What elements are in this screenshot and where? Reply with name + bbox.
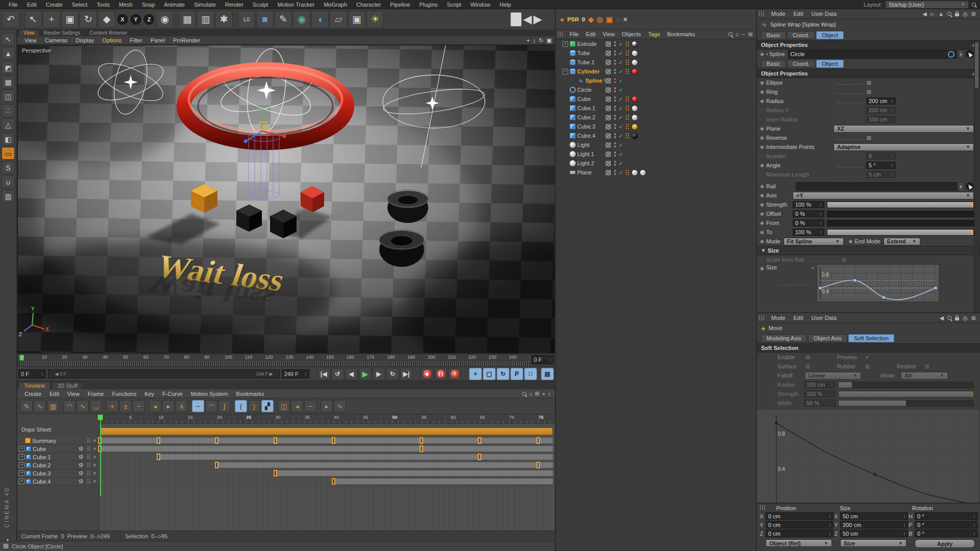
home-icon[interactable]: ⌂ <box>529 391 532 397</box>
visibility-dots[interactable] <box>614 96 616 98</box>
mode-dropdown[interactable]: Fit Spline▼ <box>783 238 844 245</box>
menu-file[interactable]: File <box>4 2 22 8</box>
dope-sheet-area[interactable]: Dope Sheet 05101520253035404550556065707… <box>17 414 555 532</box>
polygons-mode-button[interactable]: ◧ <box>2 133 15 145</box>
enabled-check-icon[interactable]: ✓ <box>619 78 623 84</box>
track-lane[interactable] <box>99 453 555 462</box>
panel-grip[interactable] <box>759 315 765 320</box>
track-lane[interactable] <box>99 478 555 486</box>
prop-value-field[interactable]: 8↕ <box>866 153 896 160</box>
enabled-check-icon[interactable]: ✓ <box>619 115 623 120</box>
object-row-light-2[interactable]: Light.2✓ <box>556 159 756 168</box>
psr-key-icon[interactable]: ◆ <box>588 15 594 23</box>
spinner-icon[interactable]: ↕ <box>820 202 822 207</box>
enabled-check-icon[interactable]: ✓ <box>619 41 623 47</box>
layer-tag-icon[interactable] <box>605 68 611 75</box>
deformer-menu[interactable]: ◖ <box>311 11 329 28</box>
expand-icon[interactable]: ⊞ <box>971 315 976 321</box>
visibility-dots[interactable] <box>614 124 616 126</box>
summary-master-bar[interactable] <box>100 428 553 435</box>
spinner-icon[interactable]: ↕ <box>891 98 894 104</box>
menu-select[interactable]: Select <box>67 2 92 8</box>
menu-view[interactable]: View <box>19 30 39 36</box>
prop-value-field[interactable]: 100 %↕ <box>804 390 836 397</box>
anim-dot-icon[interactable]: ◉ <box>760 230 766 235</box>
viewport-solo-button[interactable]: S <box>2 161 15 174</box>
object-name[interactable]: Cube <box>577 96 591 102</box>
enabled-check-icon[interactable]: ✓ <box>619 69 623 74</box>
object-row-cube-1[interactable]: Cube.1✓ <box>556 104 756 113</box>
linear-icon[interactable]: ∧ <box>176 400 188 412</box>
spinner-icon[interactable]: ↕ <box>891 163 894 168</box>
autokey-button[interactable]: ( ) <box>434 368 447 380</box>
object-row-extrude[interactable]: +Extrude✓ <box>556 39 756 48</box>
menu-panel[interactable]: Panel <box>146 37 169 43</box>
panel-grip[interactable] <box>760 505 766 510</box>
animation-dots[interactable] <box>626 115 627 116</box>
track-name[interactable]: +Cube.2 <box>17 461 99 469</box>
track-name[interactable]: +Cube.4 <box>17 478 99 486</box>
coord-value-field[interactable]: 50 cm↕ <box>840 530 908 537</box>
spinner-icon[interactable]: ↕ <box>831 400 834 406</box>
menu-f-curve[interactable]: F-Curve <box>158 391 187 397</box>
prev-key-icon[interactable]: ◂ <box>149 400 161 412</box>
tweak-mode-button[interactable]: ▭ <box>2 147 15 160</box>
object-name[interactable]: Light <box>577 142 590 148</box>
points-mode-button[interactable]: ∴ <box>2 104 15 117</box>
anim-dot-icon[interactable]: ◉ <box>760 163 766 168</box>
menu-mode[interactable]: Mode <box>767 315 790 321</box>
coord-value-field[interactable]: 50 cm↕ <box>840 512 908 520</box>
material-tag-white[interactable] <box>631 169 638 176</box>
lock-x-button[interactable]: X <box>116 13 129 26</box>
search-icon[interactable] <box>522 392 526 396</box>
lock-right-icon[interactable]: ▸ <box>321 400 333 412</box>
prop-value-field[interactable]: 200 cm↕ <box>866 107 896 114</box>
search-icon[interactable] <box>947 12 951 16</box>
enabled-check-icon[interactable]: ✓ <box>619 124 623 130</box>
key-pla-toggle[interactable]: ∷ <box>524 368 537 380</box>
panel-grip[interactable] <box>759 11 765 16</box>
layer-tag-icon[interactable] <box>605 41 611 47</box>
rotate-tool[interactable]: ↻ <box>80 11 97 28</box>
texture-mode-button[interactable]: ▦ <box>2 76 15 88</box>
spinner-icon[interactable]: ↕ <box>41 371 44 377</box>
menu-mesh[interactable]: Mesh <box>114 2 137 8</box>
menu-mode[interactable]: Mode <box>767 11 790 17</box>
maximize-icon[interactable]: ▣ <box>547 37 552 44</box>
lock-left-icon[interactable]: ◂ <box>291 400 303 412</box>
soft-selection-section[interactable]: Soft Selection <box>757 343 980 353</box>
scrollbar[interactable] <box>974 41 979 312</box>
psr-target-icon[interactable]: ◎ <box>597 15 603 23</box>
spinner-icon[interactable]: ↕ <box>903 522 906 528</box>
menu-animate[interactable]: Animate <box>160 2 189 8</box>
animation-dots[interactable] <box>626 133 627 134</box>
menu-bookmarks[interactable]: Bookmarks <box>664 31 699 37</box>
material-tag-orange[interactable] <box>631 123 638 130</box>
falloff-dropdown[interactable]: Linear▼ <box>805 372 861 380</box>
prop-dropdown[interactable]: Adaptive▼ <box>834 143 974 151</box>
menu-timeline[interactable]: Timeline <box>18 382 51 389</box>
current-frame-box[interactable]: 0 F ↕ <box>531 355 554 364</box>
coordinate-system-button[interactable]: ◉ <box>156 11 174 28</box>
material-tag-red[interactable] <box>631 96 638 103</box>
spline-link-field[interactable]: Circle <box>788 50 957 59</box>
end-frame-field[interactable]: 249 F ↕ <box>282 369 309 379</box>
menu-prorender[interactable]: ProRender <box>169 37 204 43</box>
animation-dots[interactable] <box>626 41 627 42</box>
anim-dot-icon[interactable]: ◉ <box>760 80 766 85</box>
pick-object-cursor[interactable] <box>966 182 974 190</box>
object-row-plane[interactable]: Plane✓ <box>556 168 756 177</box>
visibility-dots[interactable] <box>614 170 616 172</box>
search-icon[interactable] <box>728 32 732 36</box>
end-mode-dropdown[interactable]: Extend▼ <box>884 238 920 245</box>
expander-icon[interactable]: + <box>562 41 568 47</box>
object-row-cube[interactable]: Cube✓ <box>556 94 756 104</box>
spinner-icon[interactable]: ↕ <box>903 531 906 536</box>
dolly-icon[interactable]: ↕ <box>533 37 536 44</box>
object-name[interactable]: Circle <box>577 87 592 93</box>
anim-dot-icon[interactable]: ◉ <box>760 202 766 207</box>
object-name[interactable]: Tube.1 <box>577 59 595 65</box>
expander-icon[interactable]: − <box>562 69 568 74</box>
primitive-cube-menu[interactable]: ■ <box>256 11 274 28</box>
object-name[interactable]: Cube.3 <box>577 123 595 130</box>
